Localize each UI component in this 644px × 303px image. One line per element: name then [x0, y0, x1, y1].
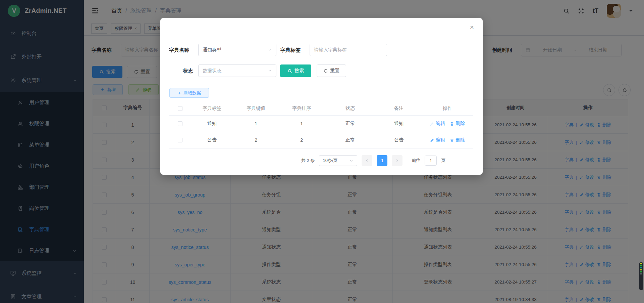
link-label: 删除 [455, 121, 465, 127]
dialog-dict-name-select[interactable]: 通知类型 [198, 44, 276, 56]
row-delete-link[interactable]: 删除 [450, 121, 465, 127]
trash-icon [450, 138, 454, 142]
header-dict-value: 字典键值 [233, 102, 279, 115]
cell-status: 正常 [324, 116, 376, 132]
cell-remark: 通知 [376, 116, 422, 132]
plus-icon [177, 91, 181, 95]
app-window: V ZrAdmin.NET 控制台 外部打开 系统管理 用户管理 [0, 0, 644, 303]
goto-label: 前往 [412, 158, 420, 164]
dialog-pagination: 共 2 条 10条/页 1 前往 1 页 [301, 155, 445, 166]
header-dict-sort: 字典排序 [279, 102, 324, 115]
row-checkbox[interactable] [178, 138, 182, 142]
dict-data-dialog: × 字典名称 通知类型 字典标签 请输入字典标签 状态 数据状态 搜索 重置 新… [160, 18, 483, 175]
dialog-dict-name-label: 字典名称 [169, 44, 189, 56]
row-edit-link[interactable]: 编辑 [430, 137, 445, 143]
cell-status: 正常 [324, 132, 376, 148]
dialog-reset-button[interactable]: 重置 [317, 64, 346, 77]
chevron-down-icon [349, 159, 354, 163]
cell-ops: 编辑 删除 [422, 116, 473, 132]
cell-dict-value: 2 [233, 132, 279, 148]
chevron-right-icon [395, 159, 399, 163]
chevron-down-icon [268, 48, 272, 52]
dialog-table-body: 通知 1 1 正常 通知 编辑 删除 [169, 116, 473, 148]
dialog-status-select[interactable]: 数据状态 [198, 64, 276, 77]
next-page-button[interactable] [392, 155, 402, 166]
input-placeholder: 请输入字典标签 [314, 47, 347, 53]
page-unit-label: 页 [441, 158, 445, 164]
pencil-icon [430, 122, 434, 126]
link-label: 编辑 [436, 137, 445, 143]
goto-page-input[interactable]: 1 [425, 156, 437, 166]
dialog-dict-label-input[interactable]: 请输入字典标签 [310, 44, 387, 56]
dialog-table-header: 字典标签 字典键值 字典排序 状态 备注 操作 [169, 102, 473, 116]
dialog-add-data-button[interactable]: 新增数据 [169, 88, 209, 98]
cell-dict-sort: 2 [279, 132, 324, 148]
page-number-button[interactable]: 1 [377, 155, 387, 166]
header-status: 状态 [324, 102, 376, 115]
table-row: 公告 2 2 正常 公告 编辑 删除 [169, 132, 473, 148]
chevron-left-icon [365, 159, 369, 163]
header-ops: 操作 [422, 102, 473, 115]
pagination-total: 共 2 条 [301, 158, 315, 164]
refresh-icon [323, 69, 328, 73]
header-dict-label: 字典标签 [191, 102, 233, 115]
page-size-select[interactable]: 10条/页 [319, 155, 357, 166]
row-edit-link[interactable]: 编辑 [430, 121, 445, 127]
select-value: 通知类型 [203, 47, 221, 53]
dialog-dict-label-label: 字典标签 [280, 44, 301, 56]
cell-dict-label: 公告 [191, 132, 233, 148]
cell-dict-sort: 1 [279, 116, 324, 132]
link-label: 删除 [455, 137, 465, 143]
dict-data-table: 字典标签 字典键值 字典排序 状态 备注 操作 通知 1 1 正常 通知 [169, 102, 473, 148]
cell-ops: 编辑 删除 [422, 132, 473, 148]
table-row: 通知 1 1 正常 通知 编辑 删除 [169, 116, 473, 132]
chevron-down-icon [268, 69, 272, 73]
select-all-checkbox[interactable] [178, 106, 182, 111]
link-label: 编辑 [436, 121, 445, 127]
prev-page-button[interactable] [362, 155, 372, 166]
button-label: 新增数据 [183, 90, 201, 96]
cell-dict-label: 通知 [191, 116, 233, 132]
row-checkbox[interactable] [178, 121, 182, 126]
button-label: 重置 [330, 68, 340, 74]
cell-dict-value: 1 [233, 116, 279, 132]
dialog-status-label: 状态 [183, 64, 193, 77]
scrollbar-thumb[interactable] [639, 262, 643, 290]
select-placeholder: 数据状态 [203, 68, 221, 74]
pencil-icon [430, 138, 434, 142]
trash-icon [450, 122, 454, 126]
button-label: 搜索 [294, 68, 304, 74]
close-icon[interactable]: × [470, 24, 474, 31]
select-value: 10条/页 [323, 158, 337, 164]
dialog-search-button[interactable]: 搜索 [280, 64, 311, 77]
cell-remark: 公告 [376, 132, 422, 148]
header-remark: 备注 [376, 102, 422, 115]
search-icon [287, 69, 292, 73]
row-delete-link[interactable]: 删除 [450, 137, 465, 143]
